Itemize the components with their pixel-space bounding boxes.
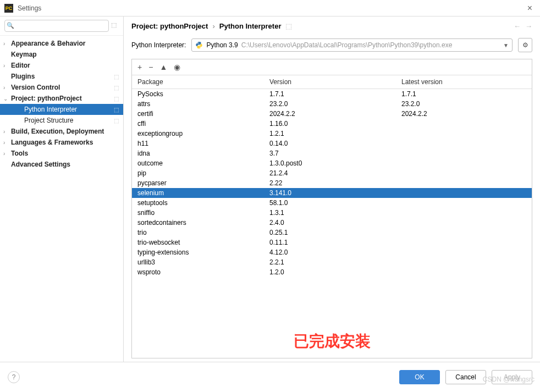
close-icon[interactable]: × xyxy=(524,3,536,13)
help-button[interactable]: ? xyxy=(8,371,20,383)
sidebar-subitem[interactable]: Project Structure⬚ xyxy=(0,115,123,126)
sidebar-item[interactable]: ›Appearance & Behavior xyxy=(0,38,123,49)
column-latest[interactable]: Latest version xyxy=(396,75,532,89)
settings-tree: ›Appearance & BehaviorKeymap›EditorPlugi… xyxy=(0,36,123,362)
package-version: 2.4.0 xyxy=(264,218,396,228)
package-name: outcome xyxy=(132,158,264,168)
package-row[interactable]: pycparser2.22 xyxy=(132,178,532,188)
show-early-releases-button[interactable]: ◉ xyxy=(174,63,180,71)
sidebar-item[interactable]: ⌄Project: pythonProject⬚ xyxy=(0,93,123,104)
package-name: idna xyxy=(132,148,264,158)
package-version: 3.141.0 xyxy=(264,188,396,198)
sidebar-item[interactable]: ›Languages & Frameworks xyxy=(0,137,123,148)
package-row[interactable]: sortedcontainers2.4.0 xyxy=(132,218,532,228)
chevron-icon: › xyxy=(3,63,11,69)
sidebar-item-label: Editor xyxy=(11,62,119,69)
package-row[interactable]: wsproto1.2.0 xyxy=(132,267,532,277)
package-latest xyxy=(396,119,532,129)
cancel-button[interactable]: Cancel xyxy=(445,370,486,384)
upgrade-package-button[interactable]: ▲ xyxy=(159,63,167,71)
reset-icon[interactable]: ⬚ xyxy=(285,22,292,30)
package-latest xyxy=(396,198,532,208)
package-row[interactable]: exceptiongroup1.2.1 xyxy=(132,129,532,139)
package-name: h11 xyxy=(132,139,264,148)
package-row[interactable]: setuptools58.1.0 xyxy=(132,198,532,208)
sidebar-item[interactable]: ›Version Control⬚ xyxy=(0,82,123,93)
interpreter-select[interactable]: Python 3.9 C:\Users\Lenovo\AppData\Local… xyxy=(191,38,513,52)
package-row[interactable]: outcome1.3.0.post0 xyxy=(132,158,532,168)
package-row[interactable]: PySocks1.7.11.7.1 xyxy=(132,89,532,99)
interpreter-settings-button[interactable]: ⚙ xyxy=(518,38,532,52)
search-options-icon[interactable]: ⬚ xyxy=(111,21,117,29)
package-latest xyxy=(396,257,532,267)
package-latest xyxy=(396,148,532,158)
ok-button[interactable]: OK xyxy=(399,370,440,384)
package-name: pip xyxy=(132,168,264,178)
package-version: 1.16.0 xyxy=(264,119,396,129)
package-row[interactable]: cffi1.16.0 xyxy=(132,119,532,129)
package-version: 4.12.0 xyxy=(264,247,396,257)
interpreter-path: C:\Users\Lenovo\AppData\Local\Programs\P… xyxy=(241,41,453,49)
sidebar-subitem[interactable]: Python Interpreter⬚ xyxy=(0,104,123,115)
sidebar-item-label: Plugins xyxy=(11,73,114,80)
titlebar: PC Settings × xyxy=(0,0,540,16)
annotation-overlay: 已完成安装 xyxy=(294,331,371,352)
package-row[interactable]: h110.14.0 xyxy=(132,139,532,148)
package-row[interactable]: sniffio1.3.1 xyxy=(132,208,532,218)
package-name: PySocks xyxy=(132,89,264,99)
package-row[interactable]: pip21.2.4 xyxy=(132,168,532,178)
back-icon[interactable]: ← xyxy=(514,22,521,30)
chevron-icon: › xyxy=(3,140,11,146)
window-title: Settings xyxy=(18,4,41,12)
chevron-icon: › xyxy=(3,151,11,157)
package-latest: 23.2.0 xyxy=(396,99,532,109)
package-row[interactable]: attrs23.2.023.2.0 xyxy=(132,99,532,109)
chevron-icon: › xyxy=(3,41,11,47)
package-name: selenium xyxy=(132,188,264,198)
package-latest xyxy=(396,267,532,277)
sidebar-item-label: Version Control xyxy=(11,84,114,91)
column-version[interactable]: Version xyxy=(264,75,396,89)
sidebar-item[interactable]: Advanced Settings xyxy=(0,159,123,170)
package-row[interactable]: certifi2024.2.22024.2.2 xyxy=(132,109,532,119)
package-name: sniffio xyxy=(132,208,264,218)
package-version: 23.2.0 xyxy=(264,99,396,109)
column-package[interactable]: Package xyxy=(132,75,264,89)
sidebar-item[interactable]: ›Editor xyxy=(0,60,123,71)
sidebar-item[interactable]: Keymap xyxy=(0,49,123,60)
forward-icon[interactable]: → xyxy=(525,22,532,30)
scope-badge-icon: ⬚ xyxy=(114,96,119,102)
remove-package-button[interactable]: − xyxy=(148,63,153,71)
package-row[interactable]: typing-extensions4.12.0 xyxy=(132,247,532,257)
package-latest: 1.7.1 xyxy=(396,89,532,99)
sidebar-item[interactable]: Plugins⬚ xyxy=(0,71,123,82)
package-name: pycparser xyxy=(132,178,264,188)
scope-badge-icon: ⬚ xyxy=(114,118,119,124)
sidebar-item[interactable]: ›Tools xyxy=(0,148,123,159)
gear-icon: ⚙ xyxy=(522,41,528,49)
package-latest xyxy=(396,238,532,247)
package-row[interactable]: trio-websocket0.11.1 xyxy=(132,238,532,247)
package-version: 2024.2.2 xyxy=(264,109,396,119)
package-version: 0.25.1 xyxy=(264,228,396,238)
add-package-button[interactable]: + xyxy=(137,63,142,71)
sidebar-item[interactable]: ›Build, Execution, Deployment xyxy=(0,126,123,137)
package-row[interactable]: selenium3.141.0 xyxy=(132,188,532,198)
search-input[interactable] xyxy=(4,20,109,32)
apply-button[interactable]: Apply xyxy=(492,370,532,384)
package-latest xyxy=(396,247,532,257)
chevron-icon: › xyxy=(3,129,11,135)
packages-list[interactable]: PySocks1.7.11.7.1attrs23.2.023.2.0certif… xyxy=(132,89,532,358)
package-name: typing-extensions xyxy=(132,247,264,257)
package-version: 58.1.0 xyxy=(264,198,396,208)
package-name: exceptiongroup xyxy=(132,129,264,139)
package-row[interactable]: idna3.7 xyxy=(132,148,532,158)
sidebar: 🔍 ⬚ ›Appearance & BehaviorKeymap›EditorP… xyxy=(0,16,124,362)
package-version: 2.22 xyxy=(264,178,396,188)
package-name: certifi xyxy=(132,109,264,119)
package-row[interactable]: trio0.25.1 xyxy=(132,228,532,238)
package-latest xyxy=(396,218,532,228)
package-row[interactable]: urllib32.2.1 xyxy=(132,257,532,267)
package-version: 3.7 xyxy=(264,148,396,158)
package-version: 21.2.4 xyxy=(264,168,396,178)
